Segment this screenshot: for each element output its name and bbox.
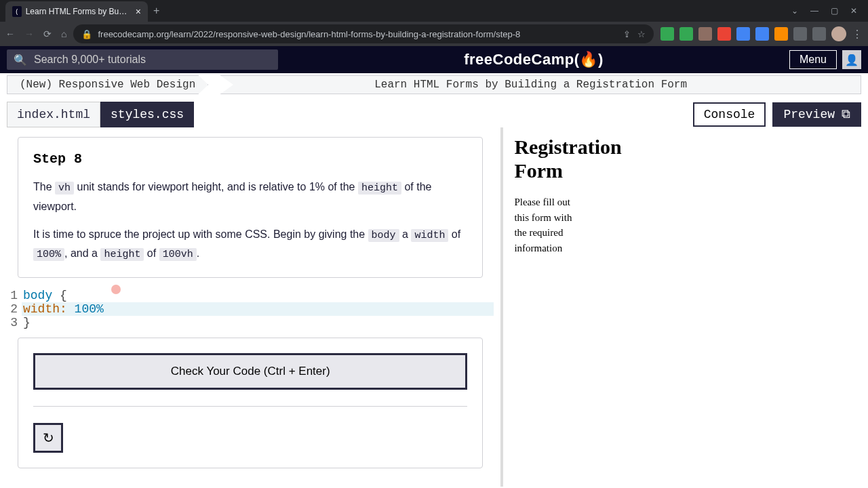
preview-heading: Registration Form [514,136,650,182]
editor-pane: Step 8 The vh unit stands for viewport h… [0,127,503,487]
breadcrumb-course[interactable]: (New) Responsive Web Design [7,75,208,94]
search-icon: 🔍 [14,54,27,66]
window-close-icon[interactable]: ✕ [850,6,857,16]
check-code-button[interactable]: Check Your Code (Ctrl + Enter) [33,353,467,390]
step-instructions: Step 8 The vh unit stands for viewport h… [18,137,483,278]
extension-icon[interactable] [698,27,712,41]
bookmark-icon[interactable]: ☆ [637,29,646,39]
search-input[interactable]: 🔍 Search 9,000+ tutorials [7,49,278,70]
fcc-favicon: ( [12,6,22,17]
divider [33,406,467,407]
browser-menu-icon[interactable]: ⋮ [852,28,863,41]
tab-styles-css[interactable]: styles.css [100,102,194,127]
tab-title: Learn HTML Forms by Building a [26,7,127,16]
step-title: Step 8 [33,151,467,167]
tab-index-html[interactable]: index.html [7,102,100,127]
extension-icon[interactable] [736,27,750,41]
user-avatar-icon[interactable]: 👤 [842,50,861,69]
nav-back-icon[interactable]: ← [5,28,15,39]
browser-tab-bar: ( Learn HTML Forms by Building a × + ⌄ ―… [0,0,868,22]
nav-reload-icon[interactable]: ⟳ [43,28,52,39]
code-editor[interactable]: 1 body { 2 width: 100% 3 } [7,289,494,329]
step-paragraph: The vh unit stands for viewport height, … [33,178,467,216]
preview-button[interactable]: Preview ⧉ [772,102,861,127]
lock-icon: 🔒 [81,29,92,39]
window-minimize-icon[interactable]: ― [810,6,818,16]
breadcrumb: (New) Responsive Web Design Learn HTML F… [0,73,868,96]
preview-pane: Registration Form Please fill out this f… [503,127,868,487]
extension-icon[interactable] [679,27,693,41]
new-tab-button[interactable]: + [153,5,159,17]
browser-tab[interactable]: ( Learn HTML Forms by Building a × [5,1,148,22]
extension-icon[interactable] [660,27,674,41]
preview-popout-icon: ⧉ [842,108,850,121]
cursor-indicator-icon [111,285,121,294]
action-card: Check Your Code (Ctrl + Enter) ↻ [18,338,483,468]
line-number: 2 [7,302,22,316]
url-text: freecodecamp.org/learn/2022/responsive-w… [98,29,520,39]
extensions-menu-icon[interactable] [793,27,807,41]
window-controls: ⌄ ― ▢ ✕ [791,6,863,16]
code-line[interactable]: } [22,316,494,329]
fcc-header: 🔍 Search 9,000+ tutorials freeCodeCamp(🔥… [0,46,868,73]
tab-close-icon[interactable]: × [136,6,141,17]
profile-avatar[interactable] [831,26,846,41]
extension-icons: ⋮ [660,26,863,41]
window-dropdown-icon[interactable]: ⌄ [791,6,798,16]
code-line[interactable]: body { [22,289,494,302]
sidepanel-icon[interactable] [812,27,826,41]
share-icon[interactable]: ⇪ [623,29,631,39]
fcc-logo[interactable]: freeCodeCamp(🔥) [278,51,789,68]
editor-toolbar: index.html styles.css Console Preview ⧉ [0,96,868,127]
line-number: 3 [7,316,22,329]
nav-forward-icon[interactable]: → [24,28,34,39]
preview-button-label: Preview [783,108,835,121]
code-line[interactable]: width: 100% [22,302,494,316]
url-field[interactable]: 🔒 freecodecamp.org/learn/2022/responsive… [73,24,654,43]
nav-home-icon[interactable]: ⌂ [61,28,66,39]
line-number: 1 [7,289,22,302]
extension-icon[interactable] [774,27,788,41]
menu-button[interactable]: Menu [789,50,837,69]
extension-icon[interactable] [717,27,731,41]
preview-paragraph: Please fill out this form with the requi… [514,195,585,256]
reset-button[interactable]: ↻ [33,423,63,453]
extension-icon[interactable] [755,27,769,41]
step-paragraph: It is time to spruce the project up with… [33,225,467,264]
search-placeholder: Search 9,000+ tutorials [34,54,146,66]
console-button[interactable]: Console [693,102,766,127]
address-bar: ← → ⟳ ⌂ 🔒 freecodecamp.org/learn/2022/re… [0,22,868,46]
breadcrumb-lesson[interactable]: Learn HTML Forms by Building a Registrat… [200,75,861,94]
window-maximize-icon[interactable]: ▢ [831,6,838,16]
